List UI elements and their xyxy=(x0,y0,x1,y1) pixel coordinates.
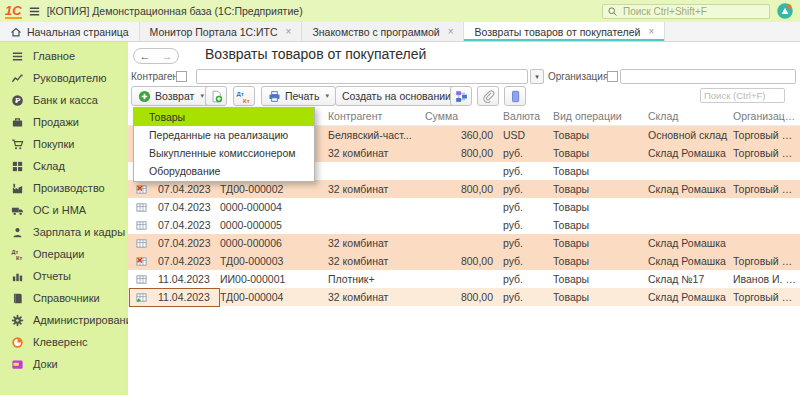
forward-button[interactable]: → xyxy=(162,50,173,62)
sidebar-item-factory[interactable]: Производство xyxy=(0,177,127,199)
cell-operation[interactable]: Товары xyxy=(553,270,648,288)
cell-organization[interactable]: Торговый дом "... xyxy=(733,252,800,270)
cell-contragent[interactable]: 32 комбинат xyxy=(328,288,425,306)
cell-sum[interactable] xyxy=(425,198,503,216)
sidebar-item-gear[interactable]: Администрирование xyxy=(0,309,127,331)
cell-warehouse[interactable]: Склад №17 xyxy=(648,270,733,288)
cell-organization[interactable] xyxy=(733,162,800,180)
cell-organization[interactable]: Иванов И. И. ИП xyxy=(733,270,800,288)
new-document-button[interactable] xyxy=(205,86,227,106)
doc-grid-icon[interactable] xyxy=(131,270,158,288)
cell-sum[interactable]: 800,00 xyxy=(425,252,503,270)
cell-warehouse[interactable]: Основной склад xyxy=(648,126,733,144)
cell-number[interactable]: ТД00-000004 xyxy=(220,288,328,306)
doc-grid-icon[interactable] xyxy=(131,234,158,252)
cell-organization[interactable] xyxy=(733,216,800,234)
contragent-dropdown-button[interactable]: ▾ xyxy=(530,69,544,84)
sidebar-item-truck[interactable]: ОС и НМА xyxy=(0,199,127,221)
tab-home[interactable]: Начальная страница xyxy=(0,22,140,41)
table-row[interactable]: 11.04.2023ТД00-00000432 комбинат800,00ру… xyxy=(128,288,800,306)
cell-date[interactable]: 11.04.2023 xyxy=(158,270,220,288)
cell-operation[interactable]: Товары xyxy=(553,216,648,234)
cell-operation[interactable]: Товары xyxy=(553,288,648,306)
cell-organization[interactable]: Торговый дом "... xyxy=(733,144,800,162)
cell-contragent[interactable]: 32 комбинат xyxy=(328,252,425,270)
print-button[interactable]: Печать ▾ xyxy=(261,86,336,106)
cell-currency[interactable]: руб. xyxy=(503,288,553,306)
list-search-input[interactable] xyxy=(700,88,785,103)
close-icon[interactable]: × xyxy=(286,26,292,37)
cell-sum[interactable] xyxy=(425,234,503,252)
column-header[interactable]: Вид операции xyxy=(553,107,648,125)
sidebar-item-ruble[interactable]: РБанк и касса xyxy=(0,89,127,111)
sidebar-item-sections[interactable]: Главное xyxy=(0,45,127,67)
sidebar-item-trend[interactable]: Руководителю xyxy=(0,67,127,89)
menu-item[interactable]: Переданные на реализацию xyxy=(134,126,314,144)
close-icon[interactable]: × xyxy=(648,26,654,37)
cell-date[interactable]: 07.04.2023 xyxy=(158,216,220,234)
sidebar-item-doki[interactable]: Доки xyxy=(0,353,127,375)
cell-currency[interactable]: руб. xyxy=(503,216,553,234)
cell-warehouse[interactable]: Склад Ромашка xyxy=(648,288,733,306)
show-postings-button[interactable]: ДтКт xyxy=(233,86,255,106)
support-icon[interactable] xyxy=(776,2,794,20)
cell-organization[interactable]: Торговый дом "... xyxy=(733,126,800,144)
related-documents-button[interactable] xyxy=(450,86,472,106)
cell-currency[interactable]: руб. xyxy=(503,180,553,198)
organization-filter-checkbox[interactable] xyxy=(607,71,618,82)
cell-contragent[interactable]: 32 комбинат xyxy=(328,144,425,162)
cell-currency[interactable]: руб. xyxy=(503,252,553,270)
cell-contragent[interactable]: Белявский-част... xyxy=(328,126,425,144)
cell-warehouse[interactable] xyxy=(648,198,733,216)
column-header[interactable]: Склад xyxy=(648,107,733,125)
column-header[interactable]: Сумма xyxy=(425,107,503,125)
cell-sum[interactable]: 800,00 xyxy=(425,144,503,162)
create-based-on-button[interactable]: Создать на основании ▾ xyxy=(335,86,467,106)
global-search-input[interactable] xyxy=(621,5,765,18)
document-card-button[interactable] xyxy=(504,86,526,106)
sidebar-item-cleverence[interactable]: Клеверенс xyxy=(0,331,127,353)
contragent-filter-input[interactable] xyxy=(196,69,528,84)
cell-contragent[interactable]: Плотник+ xyxy=(328,270,425,288)
cell-currency[interactable]: руб. xyxy=(503,144,553,162)
cell-date[interactable]: 11.04.2023 xyxy=(158,288,220,306)
sidebar-item-dtkt[interactable]: ДтКтОперации xyxy=(0,243,127,265)
back-button[interactable]: ← xyxy=(140,50,151,62)
cell-currency[interactable]: USD xyxy=(503,126,553,144)
table-row[interactable]: 11.04.2023ИИ00-000001Плотник+руб.ТоварыС… xyxy=(128,270,800,288)
cell-currency[interactable]: руб. xyxy=(503,234,553,252)
cell-number[interactable]: 0000-000004 xyxy=(220,198,328,216)
cell-date[interactable]: 07.04.2023 xyxy=(158,252,220,270)
doc-x-icon[interactable] xyxy=(131,180,158,198)
cell-sum[interactable]: 800,00 xyxy=(425,288,503,306)
cell-organization[interactable] xyxy=(733,234,800,252)
cell-contragent[interactable]: 32 комбинат xyxy=(328,234,425,252)
sidebar-item-boxes[interactable]: Склад xyxy=(0,155,127,177)
cell-operation[interactable]: Товары xyxy=(553,252,648,270)
cell-warehouse[interactable]: Склад Ромашка xyxy=(648,252,733,270)
cell-contragent[interactable]: 32 комбинат xyxy=(328,180,425,198)
table-row[interactable]: 07.04.20230000-00000632 комбинатруб.Това… xyxy=(128,234,800,252)
cell-sum[interactable] xyxy=(425,216,503,234)
cell-contragent[interactable] xyxy=(328,216,425,234)
main-menu-icon[interactable] xyxy=(28,5,41,18)
cell-operation[interactable]: Товары xyxy=(553,126,648,144)
global-search-box[interactable] xyxy=(602,4,770,19)
cell-operation[interactable]: Товары xyxy=(553,198,648,216)
doc-grid-icon[interactable] xyxy=(131,216,158,234)
column-header[interactable]: Организация xyxy=(733,107,800,125)
table-row[interactable]: 07.04.20230000-000005руб.Товары xyxy=(128,216,800,234)
cell-number[interactable]: ИИ00-000001 xyxy=(220,270,328,288)
cell-sum[interactable] xyxy=(425,162,503,180)
sidebar-item-barchart[interactable]: Отчеты xyxy=(0,265,127,287)
doc-x-icon[interactable] xyxy=(131,252,158,270)
cell-warehouse[interactable]: Склад Ромашка xyxy=(648,144,733,162)
contragent-filter-checkbox[interactable] xyxy=(176,71,187,82)
sidebar-item-book[interactable]: Справочники xyxy=(0,287,127,309)
sidebar-item-briefcase[interactable]: Продажи xyxy=(0,111,127,133)
cell-warehouse[interactable]: Склад Ромашка xyxy=(648,234,733,252)
cell-currency[interactable]: руб. xyxy=(503,162,553,180)
cell-warehouse[interactable] xyxy=(648,216,733,234)
doc-grid-icon[interactable] xyxy=(131,198,158,216)
cell-contragent[interactable] xyxy=(328,198,425,216)
